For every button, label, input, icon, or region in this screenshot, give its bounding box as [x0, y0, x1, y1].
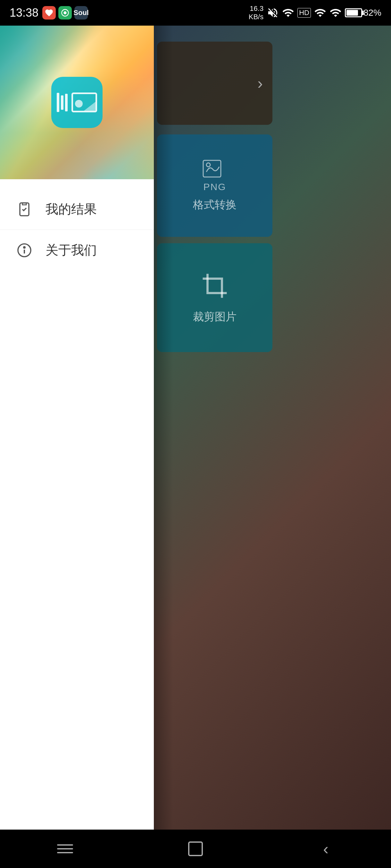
logo-image-frame	[72, 93, 97, 112]
svg-point-7	[24, 247, 25, 248]
drawer-menu-item-about-us[interactable]: 关于我们	[0, 230, 154, 271]
status-time: 13:38	[9, 6, 38, 20]
logo-bars	[57, 93, 67, 112]
status-bar-left: 13:38 Soul	[9, 6, 88, 20]
format-icon	[202, 159, 227, 178]
info-circle-icon	[16, 242, 33, 258]
right-card-crop: 裁剪图片	[157, 243, 273, 352]
drawer-header	[0, 26, 154, 179]
clipboard-svg	[17, 202, 32, 217]
wifi-icon	[330, 7, 342, 19]
status-bar: 13:38 Soul 16.3 KB/s HD	[0, 0, 391, 26]
drawer-menu: 我的结果 关于我们	[0, 179, 154, 830]
status-app-icons: Soul	[42, 6, 88, 20]
status-bar-right: 16.3 KB/s HD 82%	[249, 4, 381, 22]
network-speed: 16.3 KB/s	[249, 4, 263, 22]
battery-percent: 82%	[363, 8, 381, 18]
home-square-icon	[188, 841, 203, 856]
chevron-right-icon: ›	[257, 74, 263, 93]
info-svg	[17, 243, 32, 258]
my-results-label: 我的结果	[46, 200, 97, 218]
format-convert-label: 格式转换	[193, 197, 236, 212]
logo-icon-inner	[57, 93, 97, 112]
logo-bar-1	[57, 93, 59, 112]
about-us-label: 关于我们	[46, 241, 97, 259]
signal2-icon	[314, 7, 326, 19]
logo-bar-3	[65, 94, 67, 112]
crop-label: 裁剪图片	[193, 310, 236, 324]
png-icon-area: PNG	[202, 159, 227, 192]
svg-point-0	[63, 11, 66, 14]
app-icon-green	[58, 6, 72, 20]
svg-point-3	[206, 163, 210, 167]
right-card-format-convert: PNG 格式转换	[157, 134, 273, 237]
signal-icon	[282, 7, 294, 19]
back-arrow-icon: ‹	[323, 839, 329, 858]
right-card-top: ›	[157, 41, 273, 125]
drawer-panel: 我的结果 关于我们	[0, 26, 154, 830]
nav-menu-button[interactable]	[52, 839, 78, 859]
clipboard-check-icon	[16, 201, 33, 218]
drawer-menu-item-my-results[interactable]: 我的结果	[0, 189, 154, 230]
nav-home-button[interactable]	[183, 839, 208, 859]
nav-back-button[interactable]: ‹	[313, 839, 339, 859]
crop-icon	[200, 271, 229, 304]
mute-icon	[267, 7, 279, 19]
battery-area: 82%	[345, 8, 381, 18]
app-icon-red	[42, 6, 56, 20]
crop-svg-icon	[200, 271, 229, 300]
hd-badge: HD	[298, 8, 311, 18]
logo-bar-2	[61, 95, 63, 110]
app-logo	[51, 77, 103, 128]
bottom-nav: ‹	[0, 830, 391, 868]
app-icon-soul: Soul	[74, 6, 88, 20]
png-label: PNG	[203, 182, 226, 192]
hamburger-icon	[57, 844, 73, 853]
